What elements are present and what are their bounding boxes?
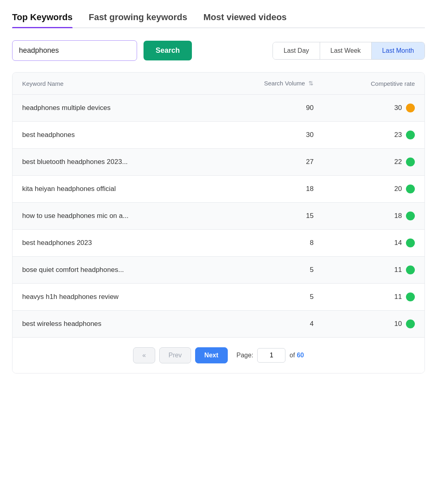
competitive-value-wrapper: 11: [333, 292, 415, 301]
competitive-value: 18: [394, 212, 402, 220]
volume-cell: 30: [213, 122, 323, 149]
volume-cell: 90: [213, 95, 323, 122]
table-row: best bluetooth headphones 2023...2722: [12, 149, 425, 176]
table-row: kita heiyan headphones official1820: [12, 176, 425, 203]
sort-icon: ⇅: [308, 80, 314, 87]
green-dot-icon: [406, 131, 415, 139]
competitive-cell: 10: [323, 311, 425, 338]
col-header-competitive: Competitive rate: [323, 73, 425, 95]
next-page-button[interactable]: Next: [195, 347, 228, 363]
last-week-filter[interactable]: Last Week: [320, 42, 372, 59]
table-header-row: Keyword Name Search Volume ⇅ Competitive…: [12, 73, 425, 95]
competitive-cell: 30: [323, 95, 425, 122]
search-input-wrapper: [12, 40, 137, 61]
competitive-cell: 11: [323, 257, 425, 284]
competitive-cell: 14: [323, 230, 425, 257]
competitive-value-wrapper: 20: [333, 185, 415, 193]
volume-cell: 15: [213, 203, 323, 230]
last-day-filter[interactable]: Last Day: [273, 42, 320, 59]
competitive-value-wrapper: 10: [333, 319, 415, 328]
search-button[interactable]: Search: [144, 41, 192, 60]
competitive-cell: 23: [323, 122, 425, 149]
keyword-cell: best wireless headphones: [12, 311, 213, 338]
table-row: best headphones3023: [12, 122, 425, 149]
competitive-value: 20: [394, 185, 402, 193]
green-dot-icon: [406, 158, 415, 166]
prev-page-button[interactable]: Prev: [159, 347, 191, 363]
keyword-cell: best headphones 2023: [12, 230, 213, 257]
competitive-value-wrapper: 18: [333, 212, 415, 220]
tab-most-viewed[interactable]: Most viewed videos: [203, 12, 287, 27]
competitive-value: 14: [394, 239, 402, 247]
col-header-volume[interactable]: Search Volume ⇅: [213, 73, 323, 95]
pagination-row: « Prev Next Page: of 60: [12, 337, 425, 373]
competitive-value: 11: [394, 293, 402, 301]
yellow-dot-icon: [406, 104, 415, 112]
col-header-keyword: Keyword Name: [12, 73, 213, 95]
table-row: how to use headphones mic on a...1518: [12, 203, 425, 230]
volume-cell: 27: [213, 149, 323, 176]
search-row: Search Last Day Last Week Last Month: [12, 40, 425, 61]
competitive-value: 11: [394, 266, 402, 274]
green-dot-icon: [406, 185, 415, 193]
competitive-value-wrapper: 11: [333, 265, 415, 274]
competitive-cell: 20: [323, 176, 425, 203]
green-dot-icon: [406, 239, 415, 247]
keyword-cell: best bluetooth headphones 2023...: [12, 149, 213, 176]
keyword-cell: how to use headphones mic on a...: [12, 203, 213, 230]
keyword-cell: bose quiet comfort headphones...: [12, 257, 213, 284]
table-row: best wireless headphones410: [12, 311, 425, 338]
first-page-button[interactable]: «: [133, 347, 155, 363]
competitive-cell: 18: [323, 203, 425, 230]
competitive-cell: 22: [323, 149, 425, 176]
keyword-cell: heavys h1h headphones review: [12, 284, 213, 311]
tab-top-keywords[interactable]: Top Keywords: [12, 12, 73, 27]
last-month-filter[interactable]: Last Month: [372, 42, 425, 59]
competitive-value-wrapper: 30: [333, 104, 415, 112]
green-dot-icon: [406, 212, 415, 220]
keyword-cell: best headphones: [12, 122, 213, 149]
volume-cell: 18: [213, 176, 323, 203]
competitive-value: 30: [394, 104, 402, 112]
competitive-cell: 11: [323, 284, 425, 311]
page-label: Page:: [237, 352, 254, 359]
tabs-container: Top Keywords Fast growing keywords Most …: [12, 12, 425, 28]
competitive-value-wrapper: 23: [333, 131, 415, 139]
table-row: bose quiet comfort headphones...511: [12, 257, 425, 284]
volume-cell: 5: [213, 284, 323, 311]
keywords-table-container: Keyword Name Search Volume ⇅ Competitive…: [12, 72, 425, 373]
tab-fast-growing[interactable]: Fast growing keywords: [89, 12, 187, 27]
table-row: best headphones 2023814: [12, 230, 425, 257]
competitive-value: 22: [394, 158, 402, 166]
volume-cell: 8: [213, 230, 323, 257]
page-input[interactable]: [257, 348, 285, 363]
date-filter-group: Last Day Last Week Last Month: [273, 42, 425, 60]
competitive-value-wrapper: 14: [333, 239, 415, 247]
keyword-cell: headphones multiple devices: [12, 95, 213, 122]
competitive-value-wrapper: 22: [333, 158, 415, 166]
volume-cell: 5: [213, 257, 323, 284]
table-row: heavys h1h headphones review511: [12, 284, 425, 311]
keywords-table: Keyword Name Search Volume ⇅ Competitive…: [12, 73, 425, 337]
competitive-value: 10: [394, 320, 402, 328]
total-pages: 60: [297, 352, 304, 359]
competitive-value: 23: [394, 131, 402, 139]
search-input[interactable]: [12, 40, 137, 61]
green-dot-icon: [406, 265, 415, 274]
table-body: headphones multiple devices9030best head…: [12, 95, 425, 338]
of-label: of 60: [289, 352, 304, 359]
green-dot-icon: [406, 319, 415, 328]
volume-cell: 4: [213, 311, 323, 338]
green-dot-icon: [406, 292, 415, 301]
table-row: headphones multiple devices9030: [12, 95, 425, 122]
keyword-cell: kita heiyan headphones official: [12, 176, 213, 203]
